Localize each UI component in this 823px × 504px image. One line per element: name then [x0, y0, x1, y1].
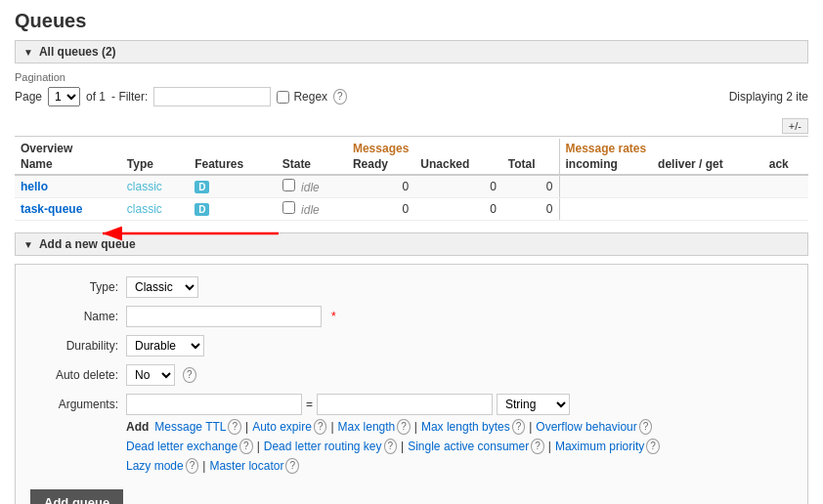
col-incoming: incoming — [559, 155, 652, 175]
displaying-text: Displaying 2 ite — [729, 90, 808, 104]
col-ready: Ready — [347, 155, 414, 175]
cell-incoming — [559, 198, 652, 221]
messages-group-header: Messages — [347, 139, 559, 155]
regex-checkbox[interactable] — [277, 91, 289, 104]
args-links-row-1: Add Message TTL ? | Auto expire ? | Max … — [126, 419, 660, 435]
arrow-annotation — [93, 219, 288, 248]
col-type: Type — [121, 155, 189, 175]
arg-link-overflow-behaviour[interactable]: Overflow behaviour — [536, 420, 636, 434]
regex-checkbox-label[interactable]: Regex — [277, 90, 327, 104]
message-ttl-help[interactable]: ? — [228, 419, 241, 435]
col-state: State — [277, 155, 347, 175]
cell-ready: 0 — [347, 198, 414, 221]
max-length-bytes-help[interactable]: ? — [512, 419, 526, 435]
state-checkbox[interactable] — [282, 201, 295, 214]
all-queues-label: All queues (2) — [39, 45, 116, 59]
regex-help-icon[interactable]: ? — [333, 89, 347, 105]
eq-sign: = — [306, 398, 313, 411]
arg-link-dead-letter-exchange[interactable]: Dead letter exchange — [126, 440, 238, 453]
overview-group-header: Overview — [15, 139, 347, 155]
arguments-label: Arguments: — [30, 398, 118, 411]
table-controls: +/- — [15, 118, 808, 137]
overflow-behaviour-help[interactable]: ? — [639, 419, 653, 435]
auto-delete-help-icon[interactable]: ? — [183, 367, 196, 383]
filter-input[interactable] — [153, 87, 271, 106]
arg-link-auto-expire[interactable]: Auto expire — [252, 420, 312, 434]
cell-incoming — [559, 175, 652, 198]
page-select[interactable]: 1 — [48, 87, 80, 106]
table-row: task-queue classic D idle 0 0 0 — [15, 198, 808, 221]
arg-value-input[interactable] — [317, 394, 493, 415]
master-locator-help[interactable]: ? — [285, 458, 299, 474]
dead-letter-exchange-help[interactable]: ? — [239, 439, 253, 454]
regex-label: Regex — [293, 90, 327, 104]
durability-select[interactable]: Durable Transient — [126, 335, 204, 357]
plus-minus-btn[interactable]: +/- — [782, 118, 808, 134]
arg-link-maximum-priority[interactable]: Maximum priority — [555, 440, 644, 453]
cell-deliver-get — [652, 175, 763, 198]
name-input[interactable] — [126, 306, 322, 327]
cell-type: classic — [121, 175, 189, 198]
cell-ack — [763, 175, 808, 198]
args-links-row-3: Lazy mode ? | Master locator ? — [126, 458, 660, 474]
add-queue-toggle[interactable]: ▼ — [23, 239, 33, 250]
message-rates-group-header: Message rates — [559, 139, 808, 155]
durability-row: Durability: Durable Transient — [30, 335, 793, 357]
name-row: Name: * — [30, 306, 793, 327]
arg-link-lazy-mode[interactable]: Lazy mode — [126, 459, 184, 473]
of-label: of 1 — [86, 90, 106, 104]
cell-state: idle — [277, 198, 347, 221]
page-title: Queues — [15, 10, 808, 32]
add-queue-form: Type: Classic Quorum Name: * Durability:… — [15, 264, 808, 504]
queue-table-body: hello classic D idle 0 0 0 task-queue cl… — [15, 175, 808, 221]
arg-link-max-length[interactable]: Max length — [338, 420, 396, 434]
lazy-mode-help[interactable]: ? — [186, 458, 199, 474]
col-total: Total — [502, 155, 559, 175]
pagination-section: Pagination Page 1 of 1 - Filter: Regex ?… — [15, 71, 808, 106]
dead-letter-routing-help[interactable]: ? — [384, 439, 398, 454]
cell-state: idle — [277, 175, 347, 198]
add-argument-btn[interactable]: Add — [126, 420, 149, 434]
durability-label: Durability: — [30, 339, 118, 353]
col-ack: ack — [763, 155, 808, 175]
arg-type-select[interactable]: String Number Boolean — [497, 394, 570, 415]
col-deliver-get: deliver / get — [652, 155, 763, 175]
maximum-priority-help[interactable]: ? — [646, 439, 660, 454]
args-links-row-2: Dead letter exchange ? | Dead letter rou… — [126, 439, 660, 454]
arg-link-master-locator[interactable]: Master locator — [209, 459, 283, 473]
cell-total: 0 — [502, 175, 559, 198]
cell-type: classic — [121, 198, 189, 221]
state-checkbox[interactable] — [282, 179, 295, 191]
all-queues-toggle[interactable]: ▼ — [23, 47, 33, 58]
cell-ready: 0 — [347, 175, 414, 198]
col-name: Name — [15, 155, 121, 175]
cell-features: D — [189, 198, 277, 221]
auto-delete-label: Auto delete: — [30, 368, 118, 382]
type-select[interactable]: Classic Quorum — [126, 276, 198, 298]
arg-link-max-length-bytes[interactable]: Max length bytes — [421, 420, 510, 434]
auto-expire-help[interactable]: ? — [314, 419, 327, 435]
arguments-content: = String Number Boolean Add Message TTL … — [126, 394, 660, 474]
all-queues-header[interactable]: ▼ All queues (2) — [15, 40, 808, 63]
arg-link-dead-letter-routing-key[interactable]: Dead letter routing key — [264, 440, 382, 453]
arg-link-message-ttl[interactable]: Message TTL — [154, 420, 226, 434]
auto-delete-row: Auto delete: No Yes ? — [30, 364, 793, 386]
pagination-controls: Page 1 of 1 - Filter: Regex ? Displaying… — [15, 87, 808, 106]
add-queue-submit-btn[interactable]: Add queue — [30, 489, 123, 504]
type-label: Type: — [30, 280, 118, 294]
max-length-help[interactable]: ? — [397, 419, 411, 435]
name-label: Name: — [30, 310, 118, 323]
single-active-consumer-help[interactable]: ? — [531, 439, 544, 454]
cell-name[interactable]: task-queue — [15, 198, 121, 221]
cell-unacked: 0 — [414, 175, 502, 198]
page-label: Page — [15, 90, 42, 104]
column-header-row: Name Type Features State Ready Unacked T… — [15, 155, 808, 175]
arg-link-single-active-consumer[interactable]: Single active consumer — [408, 440, 529, 453]
arg-key-input[interactable] — [126, 394, 302, 415]
arguments-inputs: = String Number Boolean — [126, 394, 660, 415]
args-links: Add Message TTL ? | Auto expire ? | Max … — [126, 419, 660, 474]
group-header-row: Overview Messages Message rates — [15, 139, 808, 155]
cell-features: D — [189, 175, 277, 198]
auto-delete-select[interactable]: No Yes — [126, 364, 175, 386]
cell-name[interactable]: hello — [15, 175, 121, 198]
